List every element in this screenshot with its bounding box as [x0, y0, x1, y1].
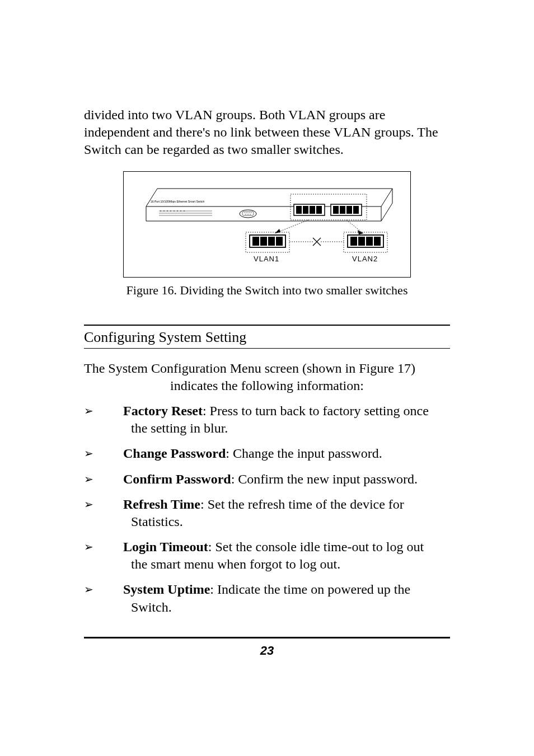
bullet-desc: : Indicate the time on powered up the	[210, 582, 410, 597]
list-item: ➢ Confirm Password: Confirm the new inpu…	[84, 471, 450, 488]
vlan2-label: VLAN2	[352, 255, 378, 263]
svg-point-23	[247, 214, 247, 214]
figure-switch-diagram: 16 Port 10/100Mbps Ethernet Smart Switch…	[123, 171, 411, 278]
svg-rect-48	[350, 237, 357, 246]
svg-point-21	[251, 212, 251, 213]
bullet-term: Change Password	[123, 446, 226, 461]
svg-point-17	[244, 212, 245, 213]
svg-rect-29	[303, 206, 308, 214]
svg-rect-28	[296, 206, 302, 214]
bullet-desc-cont: Switch.	[123, 599, 450, 616]
bullet-term: System Uptime	[123, 582, 210, 597]
bullet-desc-cont: the smart menu when forgot to log out.	[123, 556, 450, 573]
bullet-list: ➢ Factory Reset: Press to turn back to f…	[84, 402, 450, 616]
svg-point-19	[247, 212, 248, 213]
page: divided into two VLAN groups. Both VLAN …	[0, 0, 534, 756]
section-intro-line2: indicates the following information:	[84, 377, 450, 395]
svg-rect-30	[310, 206, 315, 214]
svg-rect-33	[333, 206, 339, 214]
svg-point-11	[174, 210, 175, 212]
svg-point-13	[180, 210, 181, 212]
figure-caption: Figure 16. Dividing the Switch into two …	[84, 283, 450, 298]
bullet-desc: : Change the input password.	[226, 446, 382, 461]
svg-rect-44	[268, 237, 275, 246]
bullet-icon: ➢	[84, 471, 123, 486]
bullet-desc-cont: Statistics.	[123, 513, 450, 530]
svg-line-38	[346, 220, 363, 233]
section-intro: The System Configuration Menu screen (sh…	[84, 360, 450, 395]
vlan1-label: VLAN1	[254, 255, 279, 263]
bullet-icon: ➢	[84, 538, 123, 554]
bullet-term: Refresh Time	[123, 497, 200, 511]
svg-rect-45	[276, 237, 283, 246]
figure-wrap: 16 Port 10/100Mbps Ethernet Smart Switch…	[84, 171, 450, 298]
svg-rect-16	[242, 212, 254, 215]
svg-point-20	[249, 212, 250, 213]
svg-point-7	[160, 210, 161, 212]
bullet-icon: ➢	[84, 496, 123, 511]
list-item: ➢ Login Timeout: Set the console idle ti…	[84, 538, 450, 573]
svg-marker-39	[275, 229, 280, 233]
bullet-icon: ➢	[84, 402, 123, 418]
svg-point-9	[167, 210, 168, 212]
svg-point-22	[245, 214, 246, 214]
svg-rect-31	[316, 206, 322, 214]
list-item: ➢ Change Password: Change the input pass…	[84, 445, 450, 462]
section-intro-line1: The System Configuration Menu screen (sh…	[84, 361, 415, 375]
list-item: ➢ Refresh Time: Set the refresh time of …	[84, 496, 450, 530]
svg-rect-42	[252, 237, 259, 246]
svg-point-14	[184, 210, 185, 212]
svg-point-10	[170, 210, 171, 212]
svg-point-18	[246, 212, 246, 213]
bullet-term: Login Timeout	[123, 539, 208, 554]
page-number: 23	[0, 644, 534, 658]
bullet-desc: : Press to turn back to factory setting …	[203, 403, 429, 418]
svg-rect-43	[260, 237, 267, 246]
svg-rect-50	[366, 237, 373, 246]
list-item: ➢ Factory Reset: Press to turn back to f…	[84, 402, 450, 437]
bullet-term: Confirm Password	[123, 472, 231, 486]
svg-point-25	[250, 214, 251, 214]
intro-paragraph: divided into two VLAN groups. Both VLAN …	[84, 106, 450, 159]
svg-point-12	[177, 210, 178, 212]
svg-rect-36	[353, 206, 359, 214]
svg-rect-49	[358, 237, 365, 246]
bullet-desc: : Confirm the new input password.	[231, 472, 418, 486]
section-heading: Configuring System Setting	[84, 325, 450, 349]
switch-model-label: 16 Port 10/100Mbps Ethernet Smart Switch	[151, 200, 204, 203]
svg-rect-51	[374, 237, 381, 246]
svg-rect-34	[340, 206, 345, 214]
bullet-desc: : Set the console idle time-out to log o…	[208, 539, 424, 554]
svg-point-24	[249, 214, 249, 214]
bullet-term: Factory Reset	[123, 403, 203, 418]
svg-rect-35	[346, 206, 352, 214]
bullet-icon: ➢	[84, 581, 123, 597]
bullet-desc: : Set the refresh time of the device for	[200, 497, 404, 511]
bullet-desc-cont: the setting in blur.	[123, 420, 450, 437]
svg-point-8	[163, 210, 165, 212]
bullet-icon: ➢	[84, 445, 123, 461]
list-item: ➢ System Uptime: Indicate the time on po…	[84, 581, 450, 616]
footer-rule	[84, 637, 450, 638]
